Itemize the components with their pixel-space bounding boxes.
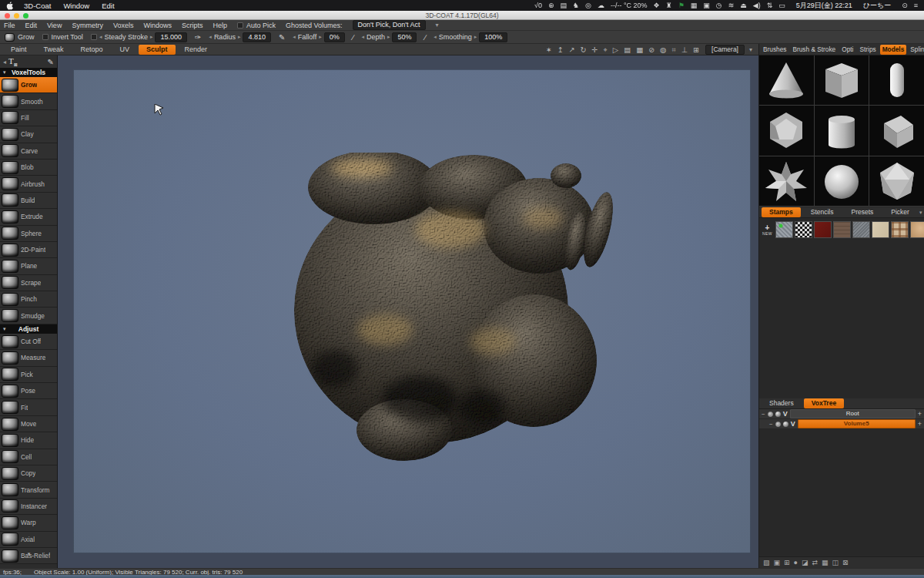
- ghosted-volumes-dropdown[interactable]: Don't Pick, Don't Act: [353, 20, 426, 30]
- nav-ortho-icon[interactable]: ⊥: [681, 45, 688, 55]
- minimize-window-button[interactable]: [14, 13, 19, 18]
- status-tower-icon[interactable]: ♜: [666, 2, 672, 9]
- stamp-thumb-2[interactable]: [795, 221, 812, 238]
- stamp-thumb-5[interactable]: [852, 221, 870, 238]
- sidebar-more-chevron-down-icon[interactable]: ▾: [0, 551, 58, 557]
- tool-cut-off[interactable]: Cut Off: [0, 334, 57, 350]
- depth-decrease[interactable]: ◂: [361, 34, 364, 40]
- close-window-button[interactable]: [5, 13, 10, 18]
- app-menu-help[interactable]: Help: [213, 22, 227, 29]
- model-thumb-sphere[interactable]: [815, 156, 869, 206]
- stamp-thumb-8[interactable]: [910, 221, 924, 238]
- macos-user-name[interactable]: ひーちー: [863, 1, 891, 11]
- nav-disable-icon[interactable]: ⊘: [648, 45, 654, 55]
- status-weather-cloud-icon[interactable]: ☁: [598, 2, 604, 9]
- tool-instancer[interactable]: Instancer: [0, 499, 57, 515]
- nav-grid-icon[interactable]: ⌗: [671, 45, 675, 55]
- model-thumb-star-polyhedron[interactable]: [759, 156, 814, 206]
- nav-zoom-icon[interactable]: ⌖: [604, 45, 608, 55]
- add-child-icon[interactable]: +: [918, 410, 922, 418]
- depth-curve-icon[interactable]: ∕: [353, 33, 354, 42]
- smoothing-decrease[interactable]: ◂: [434, 34, 437, 40]
- tool-grow[interactable]: Grow: [0, 77, 57, 93]
- macos-menu-item-window[interactable]: Window: [63, 2, 89, 10]
- nav-frame-b-icon[interactable]: ▦: [636, 45, 643, 55]
- voxtree-node-root[interactable]: − V Root +: [759, 409, 924, 419]
- nav-rotate-icon[interactable]: ↻: [581, 45, 587, 55]
- right-tab-brush-stroke[interactable]: Brush & Stroke: [790, 45, 838, 55]
- falloff-curve-icon[interactable]: ✎: [279, 33, 285, 42]
- falloff-increase[interactable]: ▸: [319, 34, 322, 40]
- right-tab-opti[interactable]: Opti: [839, 45, 855, 55]
- ghost-toggle-icon[interactable]: [768, 412, 773, 417]
- smoothing-increase[interactable]: ▸: [474, 34, 477, 40]
- auto-pick-checkbox[interactable]: [237, 22, 243, 29]
- stamp-tab-presets[interactable]: Presets: [843, 207, 881, 217]
- stamp-thumb-3[interactable]: [814, 221, 832, 238]
- nav-fullscreen-icon[interactable]: ⊞: [693, 45, 699, 55]
- tool-fit[interactable]: Fit: [0, 399, 57, 415]
- tool-axial[interactable]: Axial: [0, 532, 57, 548]
- steady-stroke-increase[interactable]: ▸: [150, 34, 153, 40]
- voxtree-node-volume5[interactable]: − V Volume5 +: [759, 419, 924, 429]
- radius-decrease[interactable]: ◂: [209, 34, 212, 40]
- tool-build[interactable]: Build: [0, 193, 57, 209]
- brush-icon[interactable]: ✑: [195, 33, 201, 42]
- app-menu-voxels[interactable]: Voxels: [113, 22, 134, 29]
- tool-smooth[interactable]: Smooth: [0, 93, 57, 109]
- stamps-panel-menu-icon[interactable]: ▾: [919, 210, 922, 216]
- visibility-toggle-icon[interactable]: [783, 422, 788, 427]
- status-activity-icon[interactable]: √0: [534, 2, 542, 9]
- tool-scrape[interactable]: Scrape: [0, 275, 57, 291]
- smoothing-value[interactable]: 100%: [479, 32, 507, 42]
- app-menu-symmetry[interactable]: Symmetry: [72, 22, 103, 29]
- model-thumb-box[interactable]: [869, 106, 924, 155]
- section-header-voxeltools[interactable]: ▾ VoxelTools: [0, 68, 57, 77]
- status-bluetooth-icon[interactable]: ⇅: [767, 2, 773, 9]
- section-collapse-icon[interactable]: ▾: [3, 68, 6, 77]
- nav-scale-icon[interactable]: ↗: [569, 45, 575, 55]
- tab-retopo[interactable]: Retopo: [73, 45, 111, 55]
- node-name[interactable]: Volume5: [798, 419, 916, 428]
- pen-icon[interactable]: ✎: [48, 58, 54, 66]
- right-tab-splines[interactable]: Splines: [908, 45, 924, 55]
- status-display-icon[interactable]: ▭: [778, 2, 785, 9]
- status-paw-icon[interactable]: ♞: [573, 2, 579, 9]
- model-thumb-cone[interactable]: [759, 55, 814, 105]
- section-collapse-icon[interactable]: ▾: [3, 324, 6, 334]
- tool-extrude[interactable]: Extrude: [0, 209, 57, 225]
- tool-move[interactable]: Move: [0, 416, 57, 432]
- nav-reset-view-icon[interactable]: ✶: [546, 45, 552, 55]
- status-chat-icon[interactable]: ▤: [560, 2, 567, 9]
- macos-menu-item-3d-coat[interactable]: 3D-Coat: [24, 2, 51, 10]
- status-tiles-icon[interactable]: ❖: [654, 2, 660, 9]
- stamp-tab-stamps[interactable]: Stamps: [762, 207, 801, 217]
- tree-tab-shaders[interactable]: Shaders: [762, 398, 802, 408]
- tool-copy[interactable]: Copy: [0, 465, 57, 482]
- status-flag-icon[interactable]: ⚑: [678, 2, 685, 9]
- falloff-value[interactable]: 0%: [324, 32, 345, 42]
- app-menu-scripts[interactable]: Scripts: [182, 22, 203, 29]
- falloff-decrease[interactable]: ◂: [293, 34, 296, 40]
- collapse-left-icon[interactable]: ◂: [3, 59, 6, 66]
- app-menu-edit[interactable]: Edit: [25, 22, 38, 29]
- app-menu-windows[interactable]: Windows: [143, 22, 172, 29]
- tool-transform[interactable]: Transform: [0, 482, 57, 498]
- tab-uv[interactable]: UV: [112, 45, 138, 55]
- collapse-minus-icon[interactable]: −: [762, 411, 765, 418]
- steady-stroke-value[interactable]: 15.000: [155, 32, 187, 42]
- vt-action-merge-icon[interactable]: ▦: [822, 559, 829, 566]
- stamp-thumb-1[interactable]: [775, 221, 793, 238]
- ghosted-volumes-chevron-down-icon[interactable]: ▾: [436, 22, 439, 29]
- stamp-thumb-4[interactable]: [833, 221, 851, 238]
- macos-menu-item-edit[interactable]: Edit: [102, 2, 114, 10]
- status-grid-icon[interactable]: ▦: [691, 2, 698, 9]
- status-clock-icon[interactable]: ◷: [716, 2, 722, 9]
- model-thumb-cylinder[interactable]: [815, 106, 869, 155]
- apple-logo-icon[interactable]: [6, 2, 13, 10]
- nav-pan-icon[interactable]: ✛: [592, 45, 598, 55]
- camera-chevron-down-icon[interactable]: ▾: [749, 46, 752, 53]
- status-circle-icon[interactable]: ◎: [585, 2, 591, 9]
- tool-smudge[interactable]: Smudge: [0, 307, 57, 324]
- tool-fill[interactable]: Fill: [0, 110, 57, 126]
